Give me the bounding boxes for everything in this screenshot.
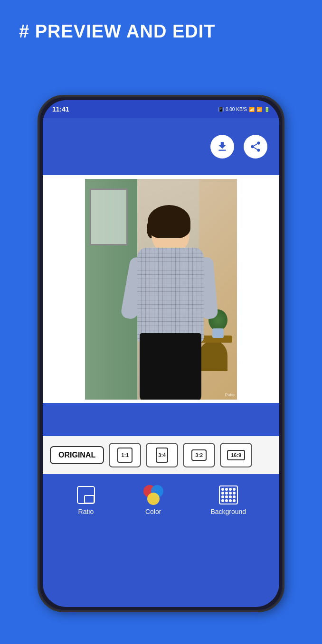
image-preview-area: Patio xyxy=(43,175,279,403)
ratio-3-4-label: 3:4 xyxy=(156,448,168,463)
nav-item-color[interactable]: Color xyxy=(143,485,163,515)
volume-button xyxy=(284,172,284,196)
ratio-1-1-label: 1:1 xyxy=(117,448,133,463)
share-icon xyxy=(249,140,262,153)
page-title: # PREVIEW AND EDIT xyxy=(19,21,216,42)
person-skirt xyxy=(140,333,201,400)
data-speed: 0.00 KB/S xyxy=(226,107,247,112)
photo-window xyxy=(90,188,128,245)
bottom-navigation: Ratio Color xyxy=(43,474,279,526)
photo-person xyxy=(123,191,218,400)
ratio-nav-icon xyxy=(76,485,96,505)
original-ratio-button[interactable]: ORIGINAL xyxy=(50,446,104,464)
nav-item-ratio[interactable]: Ratio xyxy=(76,485,96,515)
vibrate-icon: 📳 xyxy=(218,107,224,112)
color-nav-icon xyxy=(143,485,163,505)
status-icons: 📳 0.00 KB/S 📶 📶 🔋 xyxy=(218,107,270,112)
power-button xyxy=(284,220,284,258)
wifi-icon: 📶 xyxy=(249,107,255,112)
battery-icon: 🔋 xyxy=(264,107,270,112)
status-bar: 11:41 📳 0.00 KB/S 📶 📶 🔋 xyxy=(43,100,279,118)
phone-shell: 11:41 📳 0.00 KB/S 📶 📶 🔋 xyxy=(38,95,284,612)
phone-mockup: 11:41 📳 0.00 KB/S 📶 📶 🔋 xyxy=(38,95,284,612)
color-nav-label: Color xyxy=(145,508,161,515)
color-circles xyxy=(143,485,163,505)
ratio-icon-shape xyxy=(77,486,95,504)
background-nav-label: Background xyxy=(210,508,246,515)
ratio-3-2-label: 3:2 xyxy=(191,449,207,461)
person-shirt-pattern xyxy=(137,248,204,343)
ratio-3-4-button[interactable]: 3:4 xyxy=(146,443,178,467)
ratio-nav-label: Ratio xyxy=(78,508,94,515)
background-icon-shape xyxy=(219,485,238,504)
ratio-16-9-label: 16:9 xyxy=(227,450,245,460)
download-icon xyxy=(216,140,228,153)
person-hair xyxy=(148,205,190,238)
app-header xyxy=(43,118,279,175)
ratio-bar: ORIGINAL 1:1 3:4 3:2 16:9 xyxy=(43,436,279,474)
background-nav-icon xyxy=(218,485,238,505)
watermark: Patio xyxy=(225,392,235,397)
bottom-blue-area xyxy=(43,403,279,436)
share-button[interactable] xyxy=(244,135,267,159)
download-button[interactable] xyxy=(210,135,234,159)
ratio-1-1-button[interactable]: 1:1 xyxy=(109,443,141,467)
ratio-3-2-button[interactable]: 3:2 xyxy=(183,443,215,467)
ratio-16-9-button[interactable]: 16:9 xyxy=(220,443,252,467)
nav-item-background[interactable]: Background xyxy=(210,485,246,515)
signal-icon: 📶 xyxy=(256,107,262,112)
phone-screen: 11:41 📳 0.00 KB/S 📶 📶 🔋 xyxy=(43,100,279,607)
photo-preview: Patio xyxy=(85,179,237,400)
status-time: 11:41 xyxy=(52,105,69,113)
yellow-circle xyxy=(147,493,160,505)
